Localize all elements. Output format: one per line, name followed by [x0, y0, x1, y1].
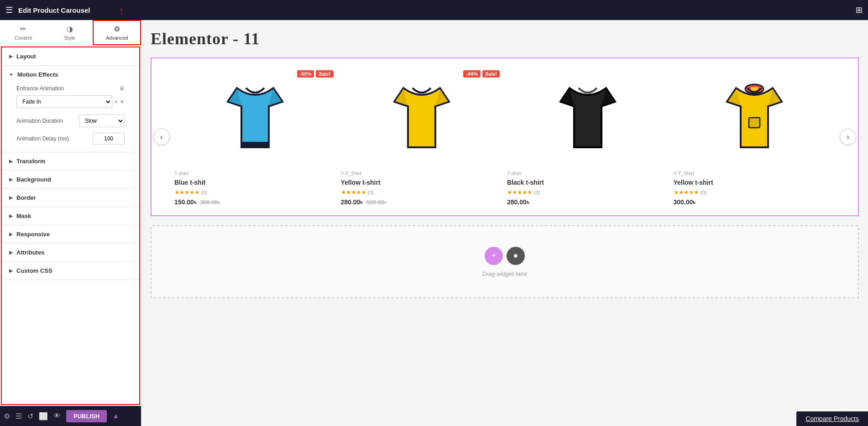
svg-rect-0: [241, 142, 269, 147]
chevron-down-icon: ▼: [120, 99, 125, 104]
product-name-4: Yellow t-shirt: [674, 179, 836, 186]
custom-css-label: Custom CSS: [16, 267, 52, 274]
drop-zone-buttons: + ●: [485, 247, 525, 265]
rating-count-3: (0): [534, 190, 540, 195]
drop-zone: + ● Drag widget here: [151, 225, 859, 298]
tab-advanced[interactable]: ⚙ Advanced: [93, 20, 141, 45]
stars-2: ★★★★★: [341, 189, 366, 196]
carousel-next-button[interactable]: ›: [840, 129, 856, 145]
bottom-toolbar: ⚙ ☰ ↺ ⬜ 👁 PUBLISH ▲: [0, 406, 141, 426]
product-card-4[interactable]: Y-T_Shirt Yellow t-shirt ★★★★★ (0) 300.0…: [674, 68, 836, 206]
hamburger-icon[interactable]: ☰: [5, 5, 13, 15]
content-tab-label: Content: [15, 35, 32, 41]
product-rating-3: ★★★★★ (0): [507, 189, 669, 196]
attributes-arrow: ▶: [9, 250, 13, 255]
attributes-label: Attributes: [16, 249, 44, 256]
product-price-1: 150.00৳ 300.00৳: [174, 198, 336, 206]
background-label: Background: [16, 176, 51, 183]
product-rating-4: ★★★★★ (0): [674, 189, 836, 196]
motion-effects-arrow: ▼: [9, 73, 14, 77]
motion-effects-content: Entrance Animation 🖥 Fade In None Fade D…: [9, 78, 132, 147]
grid-icon[interactable]: ⊞: [856, 5, 863, 15]
section-custom-css[interactable]: ▶ Custom CSS: [2, 262, 139, 280]
animation-delay-row: Animation Delay (ms): [9, 130, 132, 147]
layout-arrow: ▶: [9, 54, 13, 59]
product-card-3[interactable]: T-shirt Black t-shirt ★★★★★ (0) 280.00৳: [507, 68, 669, 206]
animation-delay-input[interactable]: [93, 133, 125, 145]
rating-count-4: (0): [701, 190, 706, 195]
animation-delay-label: Animation Delay (ms): [16, 135, 89, 142]
product-price-4: 300.00৳: [674, 198, 836, 206]
price-original-1: 300.00৳: [200, 199, 220, 206]
style-tab-label: Style: [64, 35, 75, 41]
border-label: Border: [16, 194, 36, 201]
browse-widgets-button[interactable]: ●: [507, 247, 525, 265]
layers-icon[interactable]: ☰: [16, 412, 22, 421]
svg-rect-3: [749, 118, 760, 128]
product-name-1: Blue t-shit: [174, 179, 336, 186]
section-layout[interactable]: ▶ Layout: [2, 47, 139, 66]
add-widget-button[interactable]: +: [485, 247, 503, 265]
section-responsive[interactable]: ▶ Responsive: [2, 225, 139, 244]
entrance-animation-select-row: Fade In None Fade Down Fade Up × ▼: [9, 94, 132, 112]
section-transform[interactable]: ▶ Transform: [2, 152, 139, 171]
stars-4: ★★★★★: [674, 189, 699, 196]
eye-icon[interactable]: 👁: [53, 412, 61, 420]
style-tab-icon: ◑: [67, 25, 73, 33]
transform-arrow: ▶: [9, 159, 13, 164]
product-image-1: -50% Sale!: [174, 68, 336, 168]
product-type-2: Y-T_Shirt: [341, 171, 503, 176]
product-card-2[interactable]: -44% Sale! Y-T_Shirt Yellow t-shirt: [341, 68, 503, 206]
animation-duration-label: Animation Duration: [16, 118, 75, 124]
price-original-2: 500.00৳: [366, 199, 387, 206]
animation-duration-select[interactable]: Slow Normal Fast: [79, 114, 125, 127]
drop-zone-label: Drag widget here: [482, 270, 528, 277]
tab-style[interactable]: ◑ Style: [47, 20, 93, 45]
sale-badge-2: Sale!: [482, 70, 500, 78]
compare-products-bar[interactable]: Compare Products: [796, 411, 868, 426]
product-type-4: Y-T_Shirt: [674, 171, 836, 176]
stars-3: ★★★★★: [507, 189, 532, 196]
product-card-1[interactable]: -50% Sale!: [174, 68, 336, 206]
section-mask[interactable]: ▶ Mask: [2, 207, 139, 225]
panel-content: ▶ Layout ▼ Motion Effects Entrance Anima…: [1, 47, 140, 405]
chevron-up-icon[interactable]: ▲: [112, 412, 120, 420]
section-attributes[interactable]: ▶ Attributes: [2, 244, 139, 262]
top-bar: ☰ Edit Product Carousel ⊞: [0, 0, 868, 20]
entrance-animation-select[interactable]: Fade In None Fade Down Fade Up: [16, 95, 112, 108]
responsive-label: Responsive: [16, 231, 50, 238]
section-motion-effects[interactable]: ▼ Motion Effects Entrance Animation 🖥: [2, 66, 139, 152]
responsive-arrow: ▶: [9, 232, 13, 237]
price-current-2: 280.00৳: [341, 198, 363, 206]
product-image-2: -44% Sale!: [341, 68, 503, 168]
carousel-prev-button[interactable]: ‹: [153, 129, 170, 145]
section-background[interactable]: ▶ Background: [2, 171, 139, 189]
mask-label: Mask: [16, 213, 31, 219]
section-border[interactable]: ▶ Border: [2, 189, 139, 207]
product-type-3: T-shirt: [507, 171, 669, 176]
price-current-1: 150.00৳: [174, 198, 196, 206]
price-current-3: 280.00৳: [507, 198, 529, 206]
price-current-4: 300.00৳: [674, 198, 695, 206]
page-heading: Elementor - 11: [151, 29, 859, 48]
main-layout: ✏ Content ◑ Style ⚙ Advanced ▶: [0, 20, 868, 426]
entrance-animation-row: Entrance Animation 🖥: [9, 83, 132, 94]
advanced-tab-icon: ⚙: [114, 25, 120, 33]
discount-badge-1: -50%: [297, 70, 314, 78]
settings-icon[interactable]: ⚙: [4, 412, 10, 421]
border-arrow: ▶: [9, 195, 13, 200]
product-name-3: Black t-shirt: [507, 179, 669, 186]
svg-rect-2: [751, 87, 758, 91]
responsive-icon[interactable]: ⬜: [39, 412, 48, 421]
publish-button[interactable]: PUBLISH: [66, 410, 107, 422]
top-bar-title: Edit Product Carousel: [18, 6, 850, 14]
animation-duration-row: Animation Duration Slow Normal Fast: [9, 112, 132, 130]
tab-content[interactable]: ✏ Content: [0, 20, 47, 45]
motion-effects-label: Motion Effects: [17, 71, 58, 78]
monitor-icon: 🖥: [119, 85, 125, 92]
rating-count-1: (0): [201, 190, 207, 195]
history-icon[interactable]: ↺: [27, 412, 33, 421]
tabs-row: ✏ Content ◑ Style ⚙ Advanced: [0, 20, 141, 46]
clear-animation-button[interactable]: ×: [114, 98, 118, 105]
background-arrow: ▶: [9, 177, 13, 182]
